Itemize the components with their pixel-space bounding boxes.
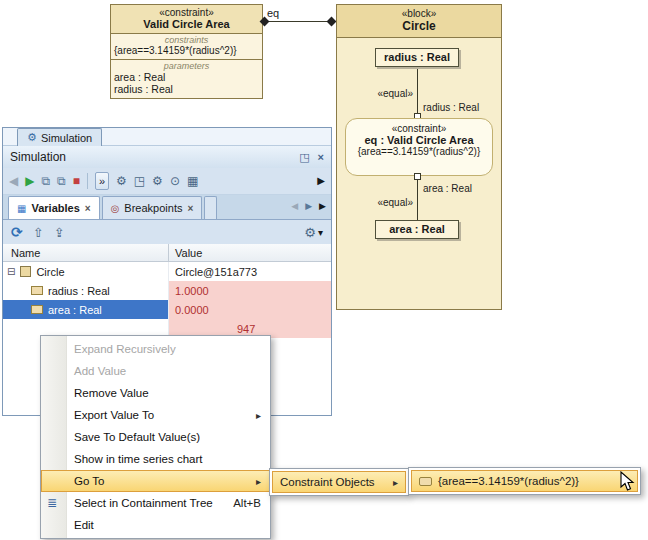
close-window-icon[interactable]: × [318, 151, 324, 163]
row-value[interactable]: Circle@151a773 [169, 262, 331, 281]
tab-breakpoints[interactable]: ◎ Breakpoints × [102, 196, 203, 219]
parameter-radius: radius : Real [114, 83, 259, 95]
ui-layout-icon[interactable]: ◳ [134, 175, 145, 187]
run-icon[interactable]: ▶ [25, 175, 34, 187]
value-property-icon [31, 286, 43, 295]
binding-connector-top[interactable] [417, 67, 418, 116]
part-property-area[interactable]: area : Real [375, 220, 459, 239]
variables-tab-icon: ▦ [17, 203, 26, 214]
step-into-icon[interactable]: ⧉ [41, 175, 50, 187]
table-row-area-selected[interactable]: area : Real 0.0000 [3, 300, 331, 319]
constraint-block-valid-circle-area[interactable]: «constraint» Valid Circle Area constrain… [110, 4, 263, 99]
menu-item-show-in-time-series-chart[interactable]: Show in time series chart [41, 448, 270, 470]
constraint-property-expression: {area==3.14159*(radius^2)} [346, 146, 492, 157]
tree-expander-icon[interactable]: ⊟ [7, 266, 15, 277]
block-instance-icon [20, 266, 31, 277]
block-name: Circle [337, 19, 501, 33]
block-stereotype: «block» [337, 8, 501, 19]
dock-tab-bar: ⚙ Simulation [3, 128, 331, 146]
go-to-submenu: Constraint Objects ▸ [269, 468, 409, 496]
parameter-area: area : Real [114, 71, 259, 83]
row-value[interactable]: 1.0000 [169, 281, 331, 300]
tab-list-icon[interactable]: ▶ [319, 201, 326, 211]
toolbar-separator [87, 173, 88, 189]
row-value[interactable]: 0.0000 [169, 300, 331, 319]
table-row-circle[interactable]: ⊟ Circle Circle@151a773 [3, 262, 331, 281]
menu-item-remove-value[interactable]: Remove Value [41, 382, 270, 404]
breakpoints-tab-icon: ◎ [111, 203, 120, 214]
submenu-item-constraint-objects[interactable]: Constraint Objects ▸ [272, 471, 406, 493]
view-options-gear-icon[interactable]: ⚙ [304, 226, 316, 239]
parameters-compartment-label: parameters [114, 61, 259, 71]
dock-tab-label: Simulation [41, 132, 92, 144]
options-gear-icon[interactable]: ⚙ [152, 175, 163, 187]
stop-icon[interactable]: ■ [73, 175, 80, 187]
binding-connector-bottom[interactable] [417, 180, 418, 220]
tab-variables[interactable]: ▦ Variables × [8, 196, 100, 219]
back-icon[interactable]: ◀ [9, 175, 18, 187]
expand-toolbar-icon[interactable]: » [95, 172, 109, 190]
eq-connector[interactable] [264, 21, 336, 22]
constraint-block-name: Valid Circle Area [113, 18, 260, 30]
simulation-toolbar: ◀ ▶ ⧉ ⧉ ■ » ⚙ ◳ ⚙ ⊙ ▦ ▶ [3, 168, 331, 195]
context-menu: Expand Recursively Add Value Remove Valu… [40, 335, 271, 539]
menu-shortcut: Alt+B [233, 497, 261, 509]
constraint-objects-submenu: {area==3.14159*(radius^2)} [408, 467, 641, 495]
export-all-icon[interactable]: ⇪ [54, 226, 65, 239]
submenu-arrow-icon: ▸ [256, 476, 261, 487]
area-parameter-label: area : Real [423, 183, 472, 194]
table-row-radius[interactable]: radius : Real 1.0000 [3, 281, 331, 300]
submenu-arrow-icon: ▸ [256, 410, 261, 421]
tab-partial[interactable] [204, 196, 217, 219]
menu-item-expand-recursively[interactable]: Expand Recursively [41, 338, 270, 360]
connector-diamond-right-icon [327, 17, 337, 27]
menu-item-edit[interactable]: Edit [41, 514, 270, 536]
containment-tree-icon: ≣ [47, 496, 57, 510]
block-circle[interactable]: «block» Circle radius : Real «equal» rad… [336, 4, 502, 310]
scroll-tabs-right-icon[interactable]: ▶ [305, 201, 312, 211]
pane-tab-bar: ▦ Variables × ◎ Breakpoints × ◀ ▶ ▶ [3, 195, 331, 220]
row-name: radius : Real [48, 285, 110, 297]
settings-gear-icon[interactable]: ⚙ [116, 175, 127, 187]
simulation-titlebar[interactable]: Simulation ◳ × [3, 146, 331, 168]
submenu-arrow-icon: ▸ [393, 477, 398, 488]
constraint-property-eq[interactable]: «constraint» eq : Valid Circle Area {are… [345, 118, 493, 176]
column-header-name[interactable]: Name [3, 244, 169, 261]
menu-item-export-value-to[interactable]: Export Value To ▸ [41, 404, 270, 426]
variables-toolbar: ⟳ ⇧ ⇪ ⚙ ▾ [3, 220, 331, 244]
scroll-tabs-left-icon[interactable]: ◀ [291, 201, 298, 211]
menu-item-save-to-default-values[interactable]: Save To Default Value(s) [41, 426, 270, 448]
toolbar-overflow-icon[interactable]: ▶ [317, 176, 325, 186]
connector-end-square-bottom-icon [414, 173, 421, 180]
radius-parameter-label: radius : Real [423, 102, 479, 113]
constraint-block-header: «constraint» Valid Circle Area [111, 5, 262, 34]
value-property-icon [31, 305, 43, 314]
view-options-caret-icon[interactable]: ▾ [318, 227, 323, 238]
submenu-item-constraint-expression[interactable]: {area==3.14159*(radius^2)} [411, 470, 638, 492]
step-over-icon[interactable]: ⧉ [57, 175, 66, 187]
variables-tab-close-icon[interactable]: × [85, 203, 91, 214]
float-window-icon[interactable]: ◳ [299, 151, 309, 164]
export-value-icon[interactable]: ⇧ [33, 226, 44, 239]
constraint-object-icon [419, 477, 432, 486]
part-property-radius[interactable]: radius : Real [375, 48, 459, 67]
watch-icon[interactable]: ⊙ [170, 175, 180, 187]
menu-item-go-to[interactable]: Go To ▸ [41, 470, 270, 492]
table-view-icon[interactable]: ▦ [187, 175, 198, 187]
refresh-icon[interactable]: ⟳ [11, 225, 23, 239]
menu-item-add-value[interactable]: Add Value [41, 360, 270, 382]
equal-stereotype-bottom: «equal» [341, 197, 413, 208]
breakpoints-tab-close-icon[interactable]: × [187, 203, 193, 214]
breakpoints-tab-label: Breakpoints [124, 202, 182, 214]
equal-stereotype-top: «equal» [341, 88, 413, 99]
simulation-gear-icon: ⚙ [27, 132, 37, 143]
constraint-property-name: eq : Valid Circle Area [346, 134, 492, 146]
variables-grid-header: Name Value [3, 244, 331, 262]
part-radius-label: radius : Real [384, 51, 450, 63]
dock-tab-simulation[interactable]: ⚙ Simulation [17, 128, 102, 146]
menu-item-select-in-containment-tree[interactable]: ≣ Select in Containment Tree Alt+B [41, 492, 270, 514]
constraints-compartment-label: constraints [114, 35, 259, 45]
column-header-value[interactable]: Value [169, 244, 331, 261]
constraint-expression: {area==3.14159*(radius^2)} [114, 45, 259, 56]
variables-tab-label: Variables [31, 202, 79, 214]
